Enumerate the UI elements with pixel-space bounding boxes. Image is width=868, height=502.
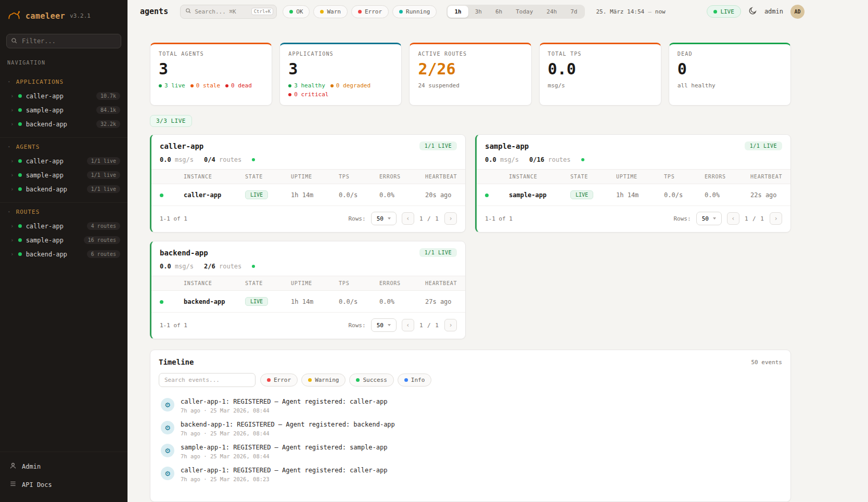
column-header: HEARTBEAT — [750, 174, 782, 179]
column-header: ERRORS — [705, 174, 750, 179]
sidebar-item-route[interactable]: › sample-app 16 routes — [0, 233, 127, 247]
status-filter-pill[interactable]: OK — [283, 5, 310, 18]
status-filter-pill[interactable]: Error — [351, 5, 389, 18]
sidebar-item-route[interactable]: › caller-app 4 routes — [0, 219, 127, 233]
user-name[interactable]: admin — [764, 8, 783, 15]
next-page-button[interactable]: › — [444, 319, 457, 331]
timeline-event[interactable]: ⚙ caller-app-1: REGISTERED — Agent regis… — [159, 394, 782, 417]
event-filter-pill[interactable]: Error — [260, 374, 298, 387]
sidebar-item-agent[interactable]: › sample-app 1/1 live — [0, 168, 127, 182]
rows-per-page-select[interactable]: 50 — [371, 212, 397, 225]
event-body: sample-app-1: REGISTERED — Agent registe… — [181, 444, 387, 459]
stat-value: 0 — [678, 60, 782, 78]
prev-page-button[interactable]: ‹ — [402, 212, 414, 225]
range-6h[interactable]: 6h — [489, 6, 509, 18]
column-header: UPTIME — [616, 174, 664, 179]
event-filter-group: Error Warning Success Info — [260, 374, 431, 387]
sidebar-item-application[interactable]: › caller-app 10.7k — [0, 89, 127, 103]
app-card-header: caller-app 1/1 LIVE — [151, 135, 465, 155]
chevron-down-icon — [388, 217, 391, 220]
stat-sub-text: msg/s — [548, 82, 565, 89]
range-3h[interactable]: 3h — [468, 6, 489, 18]
app-root: cameleer v3.2.1 NAVIGATION · APPLICATION… — [0, 0, 868, 502]
status-filter-pill[interactable]: Warn — [313, 5, 348, 18]
range-today[interactable]: Today — [509, 6, 540, 18]
app-routes: 0/16 routes — [529, 156, 571, 163]
app-card: caller-app 1/1 LIVE 0.0 msg/s 0/4 routes… — [150, 134, 466, 233]
range-1h[interactable]: 1h — [448, 6, 468, 18]
app-card-footer: 1-1 of 1 Rows: 50 ‹ 1 / 1 › — [477, 206, 790, 232]
timeline-event[interactable]: ⚙ backend-app-1: REGISTERED — Agent regi… — [159, 417, 782, 440]
admin-link[interactable]: Admin — [6, 458, 121, 474]
rows-per-page-select[interactable]: 50 — [371, 318, 397, 332]
status-filter-label: Error — [365, 8, 382, 15]
prev-page-button[interactable]: ‹ — [727, 212, 739, 225]
api-docs-link[interactable]: API Docs — [6, 477, 121, 493]
event-title: caller-app-1: REGISTERED — Agent registe… — [181, 398, 387, 405]
event-filter-label: Success — [363, 377, 387, 383]
app-card: sample-app 1/1 LIVE 0.0 msg/s 0/16 route… — [475, 134, 791, 233]
gear-icon: ⚙ — [161, 444, 174, 457]
event-filter-pill[interactable]: Warning — [301, 374, 346, 387]
column-header: STATE — [245, 280, 291, 286]
avatar[interactable]: AD — [790, 5, 805, 19]
column-header: ERRORS — [379, 174, 425, 179]
section-header-agents[interactable]: · AGENTS — [0, 140, 127, 154]
event-list: ⚙ caller-app-1: REGISTERED — Agent regis… — [159, 394, 782, 501]
tps-cell: 0.0/s — [339, 298, 379, 305]
stat-sub-text: 0 degraded — [336, 82, 371, 89]
dark-mode-toggle[interactable] — [748, 6, 757, 17]
sidebar-filter-input[interactable] — [6, 34, 121, 48]
state-badge: LIVE — [245, 297, 268, 306]
instance-row[interactable]: backend-app LIVE 1h 14m 0.0/s 0.0% 27s a… — [151, 291, 465, 313]
api-docs-label: API Docs — [22, 481, 52, 488]
errors-cell: 0.0% — [705, 191, 750, 199]
column-header: HEARTBEAT — [425, 280, 457, 286]
events-search-input[interactable] — [159, 373, 256, 387]
column-header: UPTIME — [291, 174, 339, 179]
sidebar-item-agent[interactable]: › backend-app 1/1 live — [0, 182, 127, 196]
section-header-routes[interactable]: · ROUTES — [0, 205, 127, 219]
heartbeat-cell: 22s ago — [750, 191, 782, 199]
range-7d[interactable]: 7d — [564, 6, 584, 18]
timeline-event[interactable]: ⚙ caller-app-1: REGISTERED — Agent regis… — [159, 463, 782, 486]
event-filter-pill[interactable]: Info — [398, 374, 432, 387]
app-logo[interactable]: cameleer v3.2.1 — [0, 0, 127, 28]
app-card-footer: 1-1 of 1 Rows: 50 ‹ 1 / 1 › — [151, 313, 465, 339]
status-filter-pill[interactable]: Running — [392, 5, 437, 18]
timeline-controls: Error Warning Success Info — [159, 373, 782, 387]
sidebar-item-application[interactable]: › sample-app 84.1k — [0, 103, 127, 117]
stat-card-applications: APPLICATIONS 3 3 healthy 0 degraded 0 cr… — [279, 43, 402, 106]
global-search[interactable]: Ctrl+K — [180, 5, 277, 19]
camel-logo-icon — [7, 8, 21, 23]
time-range-group: 1h 3h 6h Today 24h 7d — [446, 5, 585, 19]
instance-row[interactable]: sample-app LIVE 1h 14m 0.0/s 0.0% 22s ag… — [477, 184, 790, 206]
timeline-event[interactable]: ⚙ sample-app-1: REGISTERED — Agent regis… — [159, 440, 782, 463]
rows-per-page-select[interactable]: 50 — [696, 212, 722, 225]
sidebar-footer: Admin API Docs — [0, 452, 127, 502]
status-color-dot-icon — [358, 10, 362, 14]
live-status-badge[interactable]: LIVE — [707, 5, 741, 18]
instance-name: sample-app — [509, 191, 570, 199]
global-search-input[interactable] — [195, 8, 248, 15]
next-page-button[interactable]: › — [444, 212, 457, 225]
sidebar-item-route[interactable]: › backend-app 6 routes — [0, 247, 127, 261]
next-page-button[interactable]: › — [770, 212, 782, 225]
status-filter-label: Warn — [327, 8, 341, 15]
gear-icon: ⚙ — [161, 421, 174, 434]
search-icon — [185, 8, 192, 16]
stat-sub-text: 0 stale — [196, 82, 220, 89]
date-range[interactable]: 25. März 14:54 — now — [596, 8, 665, 15]
range-24h[interactable]: 24h — [540, 6, 564, 18]
event-filter-pill[interactable]: Success — [349, 374, 393, 387]
sidebar-item-application[interactable]: › backend-app 32.2k — [0, 117, 127, 131]
event-color-dot-icon — [404, 378, 408, 382]
instance-table-header: INSTANCESTATEUPTIMETPSERRORSHEARTBEAT — [151, 276, 465, 291]
prev-page-button[interactable]: ‹ — [402, 319, 414, 331]
sidebar-item-agent[interactable]: › caller-app 1/1 live — [0, 154, 127, 168]
section-header-applications[interactable]: · APPLICATIONS — [0, 75, 127, 89]
instance-row[interactable]: caller-app LIVE 1h 14m 0.0/s 0.0% 20s ag… — [151, 184, 465, 206]
sidebar-item-badge: 1/1 live — [87, 171, 120, 179]
gear-icon: ⚙ — [161, 398, 174, 411]
moon-icon — [748, 6, 757, 17]
